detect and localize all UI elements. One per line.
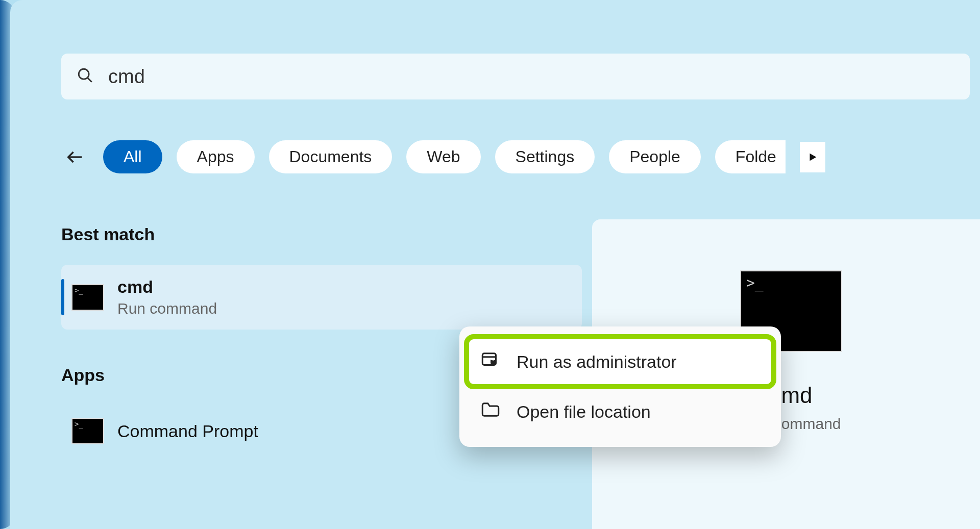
svg-marker-3	[810, 153, 816, 161]
filter-all[interactable]: All	[103, 140, 162, 173]
filter-row: All Apps Documents Web Settings People F…	[61, 140, 825, 173]
filter-apps[interactable]: Apps	[177, 140, 255, 173]
filter-settings[interactable]: Settings	[495, 140, 595, 173]
result-title: cmd	[117, 277, 217, 297]
filter-people[interactable]: People	[609, 140, 701, 173]
filter-web[interactable]: Web	[406, 140, 480, 173]
context-item-label: Run as administrator	[517, 352, 677, 372]
svg-line-1	[87, 78, 92, 82]
svg-point-0	[79, 69, 89, 79]
start-search-panel: All Apps Documents Web Settings People F…	[10, 0, 980, 529]
cmd-icon	[71, 418, 104, 444]
search-icon	[77, 67, 94, 86]
best-match-header: Best match	[61, 224, 582, 244]
result-subtitle: Run command	[117, 300, 217, 317]
context-run-as-administrator[interactable]: Run as administrator	[467, 337, 774, 387]
best-match-result[interactable]: cmd Run command	[61, 265, 582, 330]
filter-documents[interactable]: Documents	[269, 140, 393, 173]
back-button[interactable]	[61, 143, 89, 171]
result-title: Command Prompt	[117, 421, 258, 441]
cmd-icon	[71, 284, 104, 311]
context-open-file-location[interactable]: Open file location	[467, 387, 774, 437]
context-item-label: Open file location	[517, 402, 651, 422]
folder-icon	[480, 399, 501, 424]
context-menu: Run as administrator Open file location	[459, 326, 781, 447]
filter-folders[interactable]: Folde	[715, 140, 786, 173]
search-bar[interactable]	[61, 54, 970, 99]
search-input[interactable]	[108, 66, 954, 88]
admin-shield-icon	[480, 349, 501, 374]
filters-scroll-right[interactable]	[800, 142, 825, 172]
